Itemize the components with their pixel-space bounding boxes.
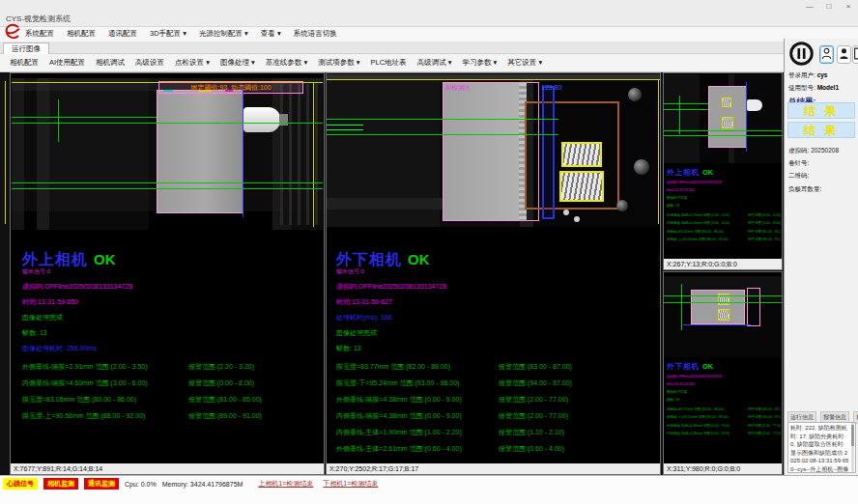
upper-camera-status: 上相机1=检测结束 <box>258 479 313 489</box>
measurement-list: 外侧基线-隔膜=2.91mm 范围:(2.00 - 3.50)报警范围:(2.2… <box>22 362 322 428</box>
measurement-row: 内侧基线-隔膜=4.60mm 范围:(3.00 - 6.00)报警范围:(0.0… <box>667 221 781 230</box>
measurement-value: 内侧基线-主体=1.90mm 范围:(1.00 - 2.20) <box>336 429 462 435</box>
mini-view-outer-lower: 外下相机OK 虚拟码:OFFline20250208133134728 时间:1… <box>663 271 783 475</box>
roi-box-pink <box>747 288 760 326</box>
outer-lower-report: 外下相机OK 输出信号:0 虚拟码:OFFline202502081331347… <box>336 250 659 461</box>
measurement-row: 膜宽度-下=95.24mm 范围:(93.00 - 98.00)报警范围:(94… <box>336 378 659 395</box>
processing-done: 图像处理完成 <box>22 313 322 322</box>
threshold-overlay-label: 固定阈值:93, 动态阈值:100 <box>158 81 303 94</box>
logout-button[interactable] <box>852 45 858 64</box>
virtual-barcode: 虚拟码:OFFline20250208133134728 <box>667 181 781 185</box>
baseline-overlay <box>664 109 708 110</box>
measurement-row: 外侧基线-隔膜=2.91mm 范围:(2.00 - 3.50)报警范围:(2.2… <box>667 212 781 221</box>
camera-view-outer-upper: 固定阈值:93, 动态阈值:100 外上相机OK 输出信号:0 虚拟码:OFFl… <box>10 72 325 475</box>
outer-upper-report: 外上相机OK 输出信号:0 虚拟码:OFFline202502081331347… <box>22 250 322 428</box>
alarm-range: 报警范围:(1.10 - 2.10) <box>499 428 564 437</box>
memory-usage: Memory: 3424.41796875M <box>162 481 243 488</box>
camera-monitor-badge: 相机监测 <box>43 478 78 490</box>
bolt <box>634 159 649 175</box>
tab-run-image[interactable]: 运行图像 <box>3 42 49 54</box>
user-login-button[interactable] <box>819 45 834 64</box>
menu-system-config[interactable]: 系统配置 <box>25 29 54 39</box>
tool-plc-address-table[interactable]: PLC地址表 <box>371 58 407 68</box>
minimize-button[interactable]: — <box>804 2 815 11</box>
measurement-value: 内侧基线-隔膜=4.38mm 范围:(0.00 - 9.00) <box>667 432 729 435</box>
outer-upper-image-viewport[interactable]: 固定阈值:93, 动态阈值:100 <box>12 78 323 230</box>
ruler-line <box>658 79 659 224</box>
model-label: 使用型号: <box>788 84 815 91</box>
connector-part <box>747 99 762 111</box>
tool-ai-usage-config[interactable]: AI使用配置 <box>49 58 85 68</box>
menu-language-switch[interactable]: 系统语言切换 <box>294 29 337 39</box>
measure-box-blue <box>542 86 555 219</box>
status-bar: 心跳信号 相机监测 通讯监测 Cpu: 0.0% Memory: 3424.41… <box>0 475 858 504</box>
tab-detect-box <box>561 142 602 167</box>
menubar: 系统配置 相机配置 通讯配置 3D手配置 ▾ 光源控制配置 ▾ 查看 ▾ 系统语… <box>0 27 858 42</box>
screw <box>574 216 580 222</box>
tool-image-processing[interactable]: 图像处理 ▾ <box>220 58 255 68</box>
baseline-overlay <box>681 284 682 330</box>
screw <box>563 210 569 215</box>
cpu-usage: Cpu: 0.0% <box>125 481 157 488</box>
measurement-value: 膜宽度-上=90.56mm 范围:(88.00 - 92.00) <box>22 412 145 419</box>
log-textbox[interactable]: 耗时: 222, 缺陷检测耗时: 17, 缺陷分类耗时: 0, 缺陷提取合区耗时… <box>787 422 856 473</box>
alarm-range: 报警范围:(0.00 - 8.00) <box>188 378 254 388</box>
frame-count: 帧数: 13 <box>667 204 781 209</box>
baseline-overlay <box>664 135 782 136</box>
crosshair-line <box>5 81 6 224</box>
control-panel: 登录用户: cys 使用型号: Model1 总结果: 结 果 结 果 虚拟码:… <box>784 39 858 475</box>
alarm-range: 报警范围:(2.20 - 3.20) <box>748 212 781 217</box>
mini-upper-image-viewport[interactable] <box>664 74 782 163</box>
measurement-value: 膜宽度-下=95.24mm 范围:(93.00 - 98.00) <box>667 415 729 419</box>
ruler-line <box>313 82 314 227</box>
tool-other-settings[interactable]: 其它设置 ▾ <box>507 58 542 68</box>
pixel-coordinate-bar: X:270;Y:2502;R:17;G:17;B:17 <box>327 463 660 474</box>
maximize-button[interactable]: □ <box>823 2 835 11</box>
login-user-row: 登录用户: cys <box>788 71 827 80</box>
tool-spot-check[interactable]: 点检设置 ▾ <box>175 58 210 68</box>
user-manage-button[interactable] <box>837 45 851 64</box>
tool-advanced-settings[interactable]: 高级设置 <box>135 58 164 68</box>
outer-lower-image-viewport[interactable]: AI检测区 123.80 <box>327 74 660 227</box>
tool-baseline-params[interactable]: 基准线参数 ▾ <box>266 58 307 68</box>
measurement-row: 内侧基线-隔膜=4.38mm 范围:(0.00 - 9.00)报警范围:(2.0… <box>336 411 659 428</box>
pause-button[interactable] <box>788 41 815 67</box>
alarm-range: 报警范围:(0.60 - 4.00) <box>499 444 564 454</box>
pixel-coordinate-bar: X:267;Y:13;R:0;G:0;B:0 <box>664 259 782 269</box>
processing-done: 图像处理完成 <box>336 328 659 338</box>
tool-learning-params[interactable]: 学习参数 ▾ <box>462 58 497 68</box>
tab-detect-box <box>722 117 733 128</box>
tab-detect-box <box>722 98 731 107</box>
baseline-overlay <box>679 96 680 134</box>
tab-detect-box <box>559 171 604 202</box>
toolbar: 相机配置 AI使用配置 相机调试 高级设置 点检设置 ▾ 图像处理 ▾ 基准线参… <box>0 54 784 72</box>
menu-3d-gripper-config[interactable]: 3D手配置 ▾ <box>150 29 186 39</box>
mini-lower-image-viewport[interactable] <box>664 276 782 357</box>
capture-time: 时间:13-31-59-627 <box>667 382 781 387</box>
measurement-value: 外侧基线-隔膜=2.91mm 范围:(2.00 - 3.50) <box>667 213 729 217</box>
machinery-rail <box>280 84 323 225</box>
tool-camera-config[interactable]: 相机配置 <box>10 58 39 68</box>
menu-light-control-config[interactable]: 光源控制配置 ▾ <box>199 29 248 39</box>
alarm-range: 报警范围:(2.20 - 3.20) <box>188 362 254 372</box>
menu-camera-config[interactable]: 相机配置 <box>67 29 96 39</box>
alarm-range: 报警范围:(81.00 - 85.00) <box>188 395 262 405</box>
tool-test-item-params[interactable]: 测试项参数 ▾ <box>318 58 359 68</box>
menu-view[interactable]: 查看 ▾ <box>261 29 281 39</box>
close-button[interactable]: × <box>843 2 854 11</box>
log-scrollbar[interactable] <box>851 423 854 472</box>
alarm-range: 报警范围:(94.00 - 97.00) <box>748 415 781 420</box>
menu-comm-config[interactable]: 通讯配置 <box>108 29 137 39</box>
measurement-row: 膜宽度=83.05mm 范围:(80.00 - 86.00)报警范围:(81.0… <box>22 395 322 411</box>
alarm-range: 报警范围:(89.00 - 91.00) <box>188 411 262 421</box>
capture-time: 时间:13-31-59-627 <box>336 297 659 307</box>
tool-camera-debug[interactable]: 相机调试 <box>96 58 125 68</box>
machinery-band <box>327 198 443 210</box>
baseline-overlay <box>12 117 157 118</box>
tool-advanced-debug[interactable]: 高级调试 ▾ <box>417 58 452 68</box>
measurement-value: 膜宽度=83.77mm 范围:(82.00 - 88.00) <box>336 363 450 370</box>
heartbeat-badge: 心跳信号 <box>3 478 38 490</box>
measurement-row: 膜宽度=83.77mm 范围:(82.00 - 88.00)报警范围:(83.0… <box>667 406 781 415</box>
baseline-overlay <box>12 182 323 183</box>
window-controls: — □ × <box>804 2 854 11</box>
